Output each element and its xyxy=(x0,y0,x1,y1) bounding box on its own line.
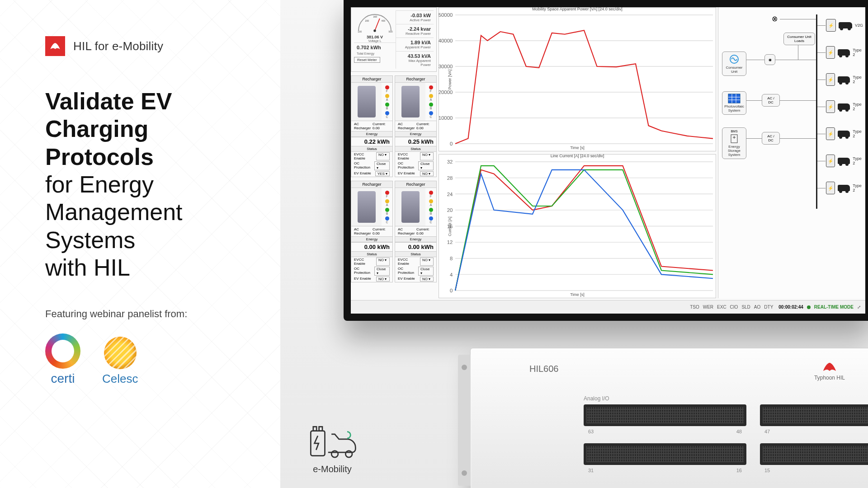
monitor: 100200300400500 381.06 V Voltage L 0.702… xyxy=(344,0,868,321)
acdc-block: AC / DC xyxy=(762,132,780,145)
charger-icon: ⚡ xyxy=(826,155,835,167)
svg-rect-2 xyxy=(319,427,322,431)
model-label: HIL606 xyxy=(529,364,559,374)
svg-text:400: 400 xyxy=(381,19,385,22)
pv-block: Photovoltaic System xyxy=(722,91,746,115)
consumer-unit-block: Consumer Unit xyxy=(722,52,746,76)
recharger-panel: Recharger F A B C AC RechargerCurrent: 0… xyxy=(351,75,393,177)
charger-icon: ⚡ xyxy=(826,127,835,140)
ev-enable-select[interactable]: YES ▾ xyxy=(375,171,390,176)
certi-logo: certi xyxy=(45,333,80,386)
ev-row: ⚡ Type 2 xyxy=(826,155,864,167)
emobility-badge: e-Mobility xyxy=(307,423,357,474)
svg-text:30000: 30000 xyxy=(439,64,453,69)
svg-rect-43 xyxy=(728,94,740,103)
certi-ring-icon xyxy=(45,333,80,369)
app-status-bar: TSOWEREXCCIOSLDAODTY 00:00:02:44 REAL-TI… xyxy=(351,300,865,314)
ev-row: ⚡ Type 2 xyxy=(826,46,864,59)
oc-protection-select[interactable]: Close ▾ xyxy=(418,267,434,276)
expand-icon[interactable]: ⤢ xyxy=(857,305,861,310)
car-icon xyxy=(838,158,850,164)
realtime-mode-label: REAL-TIME MODE xyxy=(814,305,854,310)
evcc-enable-select[interactable]: NO ▾ xyxy=(376,152,390,160)
svg-text:300: 300 xyxy=(373,15,377,18)
analog-io-port: 3116 xyxy=(584,443,746,465)
status-chip: TSO xyxy=(688,305,701,310)
charging-plug-icon xyxy=(351,188,382,226)
realtime-indicator-icon xyxy=(807,305,811,309)
apparent-power-chart: Mobility Space Apparent Power [VA] [24.0… xyxy=(439,7,716,151)
app-screen: 100200300400500 381.06 V Voltage L 0.702… xyxy=(351,7,865,314)
status-chip: DTY xyxy=(762,305,775,310)
ev-row: ⚡ V2G xyxy=(826,19,863,32)
oc-protection-select[interactable]: Close ▾ xyxy=(418,161,434,170)
recharger-panel: Recharger F A B C AC RechargerCurrent: 0… xyxy=(395,75,437,177)
ev-enable-select[interactable]: NO ▾ xyxy=(376,277,390,282)
svg-point-3 xyxy=(331,451,338,458)
panelist-label: Featuring webinar panelist from: xyxy=(45,308,235,320)
ev-enable-select[interactable]: NO ▾ xyxy=(420,277,434,282)
svg-text:24: 24 xyxy=(447,192,453,197)
rack-ear xyxy=(458,355,471,486)
charger-icon: ⚡ xyxy=(826,182,835,194)
svg-text:20000: 20000 xyxy=(439,89,453,95)
svg-rect-1 xyxy=(313,427,316,431)
status-chip: SLD xyxy=(740,305,752,310)
screen-left-column: 100200300400500 381.06 V Voltage L 0.702… xyxy=(351,7,437,298)
svg-text:40000: 40000 xyxy=(439,38,453,43)
car-icon xyxy=(838,185,850,191)
svg-text:100: 100 xyxy=(358,30,362,33)
voltage-dial: 100200300400500 xyxy=(354,10,396,35)
recharger-panel: Recharger F A B C AC RechargerCurrent: 0… xyxy=(395,181,437,282)
transformer-icon: ⊗ xyxy=(772,14,778,23)
svg-text:4: 4 xyxy=(450,272,453,277)
evcc-enable-select[interactable]: NO ▾ xyxy=(420,258,434,266)
svg-text:32: 32 xyxy=(447,159,453,164)
svg-text:8: 8 xyxy=(450,256,453,261)
analog-io-label: Analog I/O xyxy=(584,395,609,402)
partner-logos-row: certi Celesc xyxy=(45,333,235,386)
celesc-logo: Celesc xyxy=(102,337,138,386)
reset-meter-button[interactable]: Reset Meter xyxy=(354,57,380,63)
charging-plug-icon xyxy=(395,83,425,121)
status-chip: CIO xyxy=(728,305,740,310)
hw-brand-logo: Typhoon HIL xyxy=(814,360,845,381)
charger-icon: ⚡ xyxy=(826,19,836,32)
status-chip: WER xyxy=(701,305,715,310)
svg-text:20: 20 xyxy=(447,207,453,213)
car-icon xyxy=(838,103,850,110)
acdc-block: AC / DC xyxy=(762,94,780,107)
system-diagram-panel: ⊗ Consumer Unit◉Consumer Unit Loads Phot… xyxy=(718,7,865,298)
car-icon xyxy=(838,76,850,83)
svg-text:16: 16 xyxy=(447,224,453,229)
evcc-enable-select[interactable]: NO ▾ xyxy=(420,152,434,160)
evcc-enable-select[interactable]: NO ▾ xyxy=(376,258,390,266)
analog-io-port: 4732 xyxy=(760,404,868,426)
ev-row: ⚡ Type 2 xyxy=(826,73,864,86)
oc-protection-select[interactable]: Close ▾ xyxy=(374,161,390,170)
analog-io-port: 150 xyxy=(760,443,868,465)
charger-icon: ⚡ xyxy=(826,46,835,59)
status-chip: EXC xyxy=(715,305,728,310)
svg-point-4 xyxy=(345,451,352,458)
svg-text:200: 200 xyxy=(365,19,369,22)
typhoonhil-logo-icon xyxy=(45,36,65,56)
svg-text:28: 28 xyxy=(447,175,453,181)
oc-protection-select[interactable]: Close ▾ xyxy=(374,267,390,276)
svg-text:0: 0 xyxy=(450,141,453,146)
ev-row: ⚡ Type 2 xyxy=(826,127,864,140)
celesc-sun-icon xyxy=(104,337,137,369)
car-icon xyxy=(839,22,852,28)
charging-plug-icon xyxy=(395,188,425,226)
svg-text:500: 500 xyxy=(389,30,393,33)
product-scene: e-Mobility 100200300400500 xyxy=(280,0,868,488)
status-chip: AO xyxy=(752,305,762,310)
consumer-loads-block: Consumer Unit Loads xyxy=(783,33,815,45)
brand-row: HIL for e-Mobility xyxy=(45,36,235,56)
ev-row: ⚡ Type 2 xyxy=(826,100,864,113)
recharger-panel: Recharger F A B C AC RechargerCurrent: 0… xyxy=(351,181,393,282)
charger-icon: ⚡ xyxy=(826,100,835,113)
ev-enable-select[interactable]: NO ▾ xyxy=(420,171,434,176)
car-icon xyxy=(838,131,850,137)
elapsed-time: 00:00:02:44 xyxy=(778,305,803,310)
